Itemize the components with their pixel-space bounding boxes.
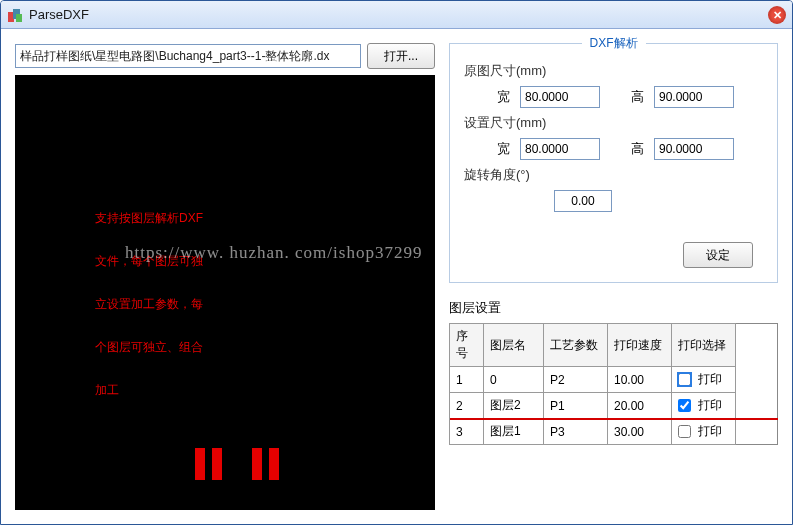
cell-name: 0: [484, 367, 544, 393]
right-column: DXF解析 原图尺寸(mm) 宽 高 设置尺寸(mm) 宽 高: [449, 43, 778, 510]
table-row[interactable]: 3图层1P330.00 打印: [450, 419, 778, 445]
orig-width-input[interactable]: [520, 86, 600, 108]
cell-select: 打印: [672, 419, 736, 445]
cell-speed: 20.00: [608, 393, 672, 419]
cell-select: 打印: [672, 367, 736, 393]
watermark-text: https://www. huzhan. com/ishop37299: [125, 243, 422, 263]
table-row[interactable]: 2图层2P120.00 打印: [450, 393, 778, 419]
cell-speed: 30.00: [608, 419, 672, 445]
cell-seq: 3: [450, 419, 484, 445]
width-label-2: 宽: [494, 140, 512, 158]
left-column: 打开... 支持按图层解析DXF 文件，每个图层可独 立设置加工参数，每 个图层…: [15, 43, 435, 510]
rotation-input[interactable]: [554, 190, 612, 212]
window-title: ParseDXF: [29, 7, 89, 22]
preview-canvas: 支持按图层解析DXF 文件，每个图层可独 立设置加工参数，每 个图层可独立、组合…: [15, 75, 435, 510]
cell-seq: 2: [450, 393, 484, 419]
set-width-input[interactable]: [520, 138, 600, 160]
layer-table: 序号 图层名 工艺参数 打印速度 打印选择 10P210.00 打印2图层2P1…: [449, 323, 778, 445]
pause-bars: [195, 448, 279, 480]
path-row: 打开...: [15, 43, 435, 69]
titlebar: ParseDXF ✕: [1, 1, 792, 29]
print-checkbox[interactable]: [678, 425, 691, 438]
cell-name: 图层2: [484, 393, 544, 419]
set-button[interactable]: 设定: [683, 242, 753, 268]
th-speed: 打印速度: [608, 324, 672, 367]
cell-speed: 10.00: [608, 367, 672, 393]
overlay-text: 支持按图层解析DXF 文件，每个图层可独 立设置加工参数，每 个图层可独立、组合…: [95, 195, 203, 410]
file-path-input[interactable]: [15, 44, 361, 68]
layer-settings: 图层设置 序号 图层名 工艺参数 打印速度 打印选择 10P210.00 打印2…: [449, 299, 778, 445]
set-dim-label: 设置尺寸(mm): [464, 114, 546, 132]
close-button[interactable]: ✕: [768, 6, 786, 24]
cell-proc: P2: [544, 367, 608, 393]
layer-title: 图层设置: [449, 299, 778, 317]
print-checkbox[interactable]: [678, 373, 691, 386]
cell-proc: P1: [544, 393, 608, 419]
print-checkbox[interactable]: [678, 399, 691, 412]
panel-legend: DXF解析: [582, 35, 646, 52]
th-proc: 工艺参数: [544, 324, 608, 367]
table-row[interactable]: 10P210.00 打印: [450, 367, 778, 393]
cell-proc: P3: [544, 419, 608, 445]
th-seq: 序号: [450, 324, 484, 367]
th-name: 图层名: [484, 324, 544, 367]
rotation-label: 旋转角度(°): [464, 166, 530, 184]
orig-dim-label: 原图尺寸(mm): [464, 62, 546, 80]
height-label: 高: [628, 88, 646, 106]
set-height-input[interactable]: [654, 138, 734, 160]
app-icon: [7, 7, 23, 23]
body: 打开... 支持按图层解析DXF 文件，每个图层可独 立设置加工参数，每 个图层…: [1, 29, 792, 524]
orig-height-input[interactable]: [654, 86, 734, 108]
th-sel: 打印选择: [672, 324, 736, 367]
width-label: 宽: [494, 88, 512, 106]
cell-name: 图层1: [484, 419, 544, 445]
app-window: ParseDXF ✕ 打开... 支持按图层解析DXF 文件，每个图层可独 立设…: [0, 0, 793, 525]
open-button[interactable]: 打开...: [367, 43, 435, 69]
svg-rect-2: [16, 14, 22, 22]
cell-seq: 1: [450, 367, 484, 393]
height-label-2: 高: [628, 140, 646, 158]
cell-select: 打印: [672, 393, 736, 419]
dxf-parse-panel: DXF解析 原图尺寸(mm) 宽 高 设置尺寸(mm) 宽 高: [449, 43, 778, 283]
